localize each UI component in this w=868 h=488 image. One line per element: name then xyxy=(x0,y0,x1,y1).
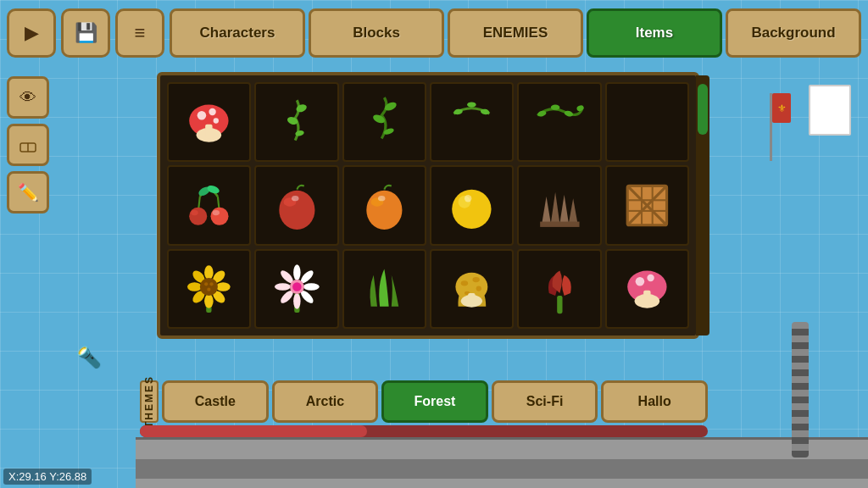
theme-hallo[interactable]: Hallo xyxy=(601,380,708,423)
apple-red-svg xyxy=(269,179,326,232)
left-tools: 👁 ✏️ xyxy=(7,76,49,214)
svg-point-12 xyxy=(372,113,387,125)
vine2-svg xyxy=(356,96,413,149)
svg-point-76 xyxy=(461,280,468,286)
svg-marker-39 xyxy=(550,192,559,224)
item-grass[interactable] xyxy=(342,249,426,329)
svg-point-53 xyxy=(216,282,231,291)
tab-blocks[interactable]: Blocks xyxy=(309,8,444,58)
play-button[interactable]: ▶ xyxy=(7,8,56,58)
item-orange[interactable] xyxy=(430,165,514,245)
red-plant-svg xyxy=(531,262,588,315)
tab-characters[interactable]: Characters xyxy=(170,8,305,58)
scrollbar-thumb[interactable] xyxy=(698,84,708,135)
svg-point-26 xyxy=(213,210,220,215)
eraser-tool-button[interactable] xyxy=(7,124,49,166)
theme-arctic[interactable]: Arctic xyxy=(272,380,379,423)
vine-chain1-svg xyxy=(443,96,500,149)
svg-point-3 xyxy=(198,110,207,119)
svg-point-62 xyxy=(208,288,211,291)
svg-marker-41 xyxy=(569,198,578,224)
svg-point-15 xyxy=(467,102,476,107)
tab-enemies[interactable]: ENEMIES xyxy=(448,8,583,58)
menu-button[interactable]: ≡ xyxy=(115,8,164,58)
progress-bar xyxy=(140,425,708,437)
orange-svg xyxy=(443,179,500,232)
chain-decoration xyxy=(792,322,809,458)
svg-point-24 xyxy=(211,208,229,225)
svg-point-85 xyxy=(647,274,654,281)
item-vine2[interactable] xyxy=(342,82,426,162)
tab-items[interactable]: Items xyxy=(587,8,722,58)
svg-point-4 xyxy=(209,108,216,114)
svg-point-59 xyxy=(200,278,218,296)
svg-rect-42 xyxy=(540,221,579,226)
progress-fill xyxy=(140,425,367,437)
pencil-tool-button[interactable]: ✏️ xyxy=(7,171,49,214)
tab-background[interactable]: Background xyxy=(726,8,861,58)
item-spikes[interactable] xyxy=(517,165,601,245)
themes-label: THEMES xyxy=(140,380,159,423)
svg-point-67 xyxy=(303,283,319,290)
crate-svg xyxy=(619,179,676,232)
mushroom-yellow-svg xyxy=(443,262,500,315)
item-vine-chain2[interactable] xyxy=(517,82,601,162)
svg-point-71 xyxy=(275,283,291,290)
svg-point-31 xyxy=(292,196,298,201)
item-vine1[interactable] xyxy=(254,82,338,162)
paper-decoration xyxy=(809,85,851,136)
toolbar: ▶ 💾 ≡ Characters Blocks ENEMIES Items Ba… xyxy=(0,0,868,66)
torch-decoration: 🔦 xyxy=(76,346,102,369)
svg-point-69 xyxy=(293,293,300,309)
item-apple-orange[interactable] xyxy=(342,165,426,245)
eraser-icon xyxy=(18,135,38,155)
item-red-plant[interactable] xyxy=(517,249,601,329)
svg-rect-81 xyxy=(468,293,475,306)
svg-point-74 xyxy=(292,282,302,291)
mushroom-red-svg xyxy=(181,96,237,149)
theme-bar: THEMES Castle Arctic Forest Sci-Fi Hallo xyxy=(140,378,708,424)
save-button[interactable]: 💾 xyxy=(61,8,110,58)
svg-point-51 xyxy=(204,265,214,280)
apple-orange-svg xyxy=(356,179,413,232)
svg-point-25 xyxy=(192,210,198,215)
theme-scifi[interactable]: Sci-Fi xyxy=(492,380,598,423)
svg-point-37 xyxy=(465,195,471,202)
item-crate[interactable] xyxy=(605,165,689,245)
svg-rect-82 xyxy=(557,296,562,313)
item-cherry[interactable] xyxy=(167,165,251,245)
item-daisy[interactable] xyxy=(254,249,338,329)
item-panel xyxy=(157,72,699,339)
nav-tabs: Characters Blocks ENEMIES Items Backgrou… xyxy=(170,8,861,58)
svg-point-60 xyxy=(204,282,208,286)
svg-rect-87 xyxy=(643,291,650,305)
svg-marker-38 xyxy=(542,197,551,224)
item-mushroom-yellow[interactable] xyxy=(430,249,514,329)
mushroom-pink-svg xyxy=(619,262,676,315)
svg-point-5 xyxy=(214,118,219,123)
svg-point-23 xyxy=(189,208,207,225)
item-sunflower[interactable] xyxy=(167,249,251,329)
svg-point-18 xyxy=(550,104,559,109)
daisy-svg xyxy=(269,262,326,315)
panel-scrollbar[interactable] xyxy=(696,75,709,336)
item-mushroom-pink[interactable] xyxy=(605,249,689,329)
svg-point-57 xyxy=(187,282,202,291)
item-mushroom-red[interactable] xyxy=(167,82,251,162)
theme-castle[interactable]: Castle xyxy=(162,380,269,423)
svg-rect-7 xyxy=(205,124,212,138)
item-apple-red[interactable] xyxy=(254,165,338,245)
svg-point-28 xyxy=(207,184,221,195)
theme-forest[interactable]: Forest xyxy=(381,380,488,423)
eye-tool-button[interactable]: 👁 xyxy=(7,76,49,119)
sunflower-svg xyxy=(181,262,237,315)
svg-point-77 xyxy=(473,277,480,282)
svg-marker-40 xyxy=(559,195,569,224)
grass-svg xyxy=(356,262,413,315)
item-vine-chain1[interactable] xyxy=(430,82,514,162)
cherry-svg xyxy=(181,179,237,232)
svg-point-61 xyxy=(210,282,214,286)
coordinates-display: X:29.16 Y:26.88 xyxy=(3,469,92,485)
item-empty[interactable] xyxy=(605,82,689,162)
svg-point-55 xyxy=(204,294,214,308)
